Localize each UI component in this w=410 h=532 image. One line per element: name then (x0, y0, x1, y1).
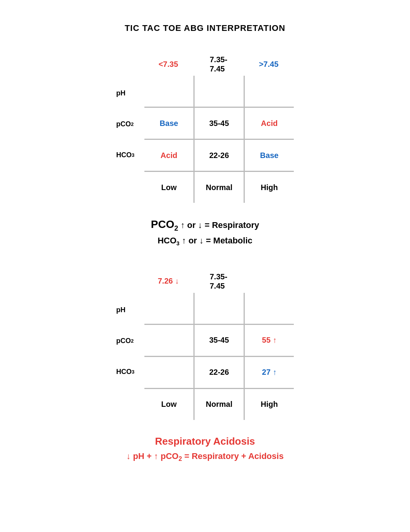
page-title: TIC TAC TOE ABG INTERPRETATION (31, 23, 379, 33)
grid2-row-2: 22-26 27 ↑ (144, 357, 294, 389)
grid1-rows: Base 35-45 Acid Acid 22-26 Base Low Norm… (143, 76, 294, 203)
grid2-cell-1-0 (144, 325, 195, 356)
formula-pco2-text: ↑ or ↓ = Respiratory (181, 220, 259, 230)
grid1-cell-2-0: Acid (144, 140, 195, 171)
grid1-col-header-1: 7.35-7.45 (193, 53, 244, 76)
grid2-cell-0-1 (195, 293, 245, 324)
grid1-cell-0-1 (195, 76, 245, 107)
grid2-col-header-1: 7.35-7.45 (193, 270, 244, 293)
grid2-row-labels: pH pCO2 HCO3 (116, 270, 143, 418)
grid2-cell-2-0 (144, 357, 195, 388)
grid2-cell-3-0: Low (144, 389, 195, 420)
grid1-label-empty (116, 170, 143, 201)
grid1-section: pH pCO2 HCO3 <7.35 7.35-7.45 >7.45 (31, 53, 379, 203)
grid1-cell-0-0 (144, 76, 195, 107)
grid2-row-3: Low Normal High (144, 389, 294, 420)
diagnosis-section: Respiratory Acidosis ↓ pH + ↑ pCO2 = Res… (31, 435, 379, 462)
grid1-cell-1-2: Acid (245, 108, 294, 139)
grid2-cell-1-1: 35-45 (195, 325, 245, 356)
formula-hco3-text: ↑ or ↓ = Metabolic (182, 236, 252, 245)
grid1-row-1: Base 35-45 Acid (144, 108, 294, 140)
grid1-row-0 (144, 76, 294, 108)
grid2-col-header-2 (244, 270, 294, 293)
grid2-row-1: 35-45 55 ↑ (144, 325, 294, 357)
grid1-cell-3-1: Normal (195, 172, 245, 203)
grid1-cell-2-2: Base (245, 140, 294, 171)
grid2-cell-0-0 (144, 293, 195, 324)
grid2-label-hco3: HCO3 (116, 357, 143, 388)
grid1-full: <7.35 7.35-7.45 >7.45 Base 35-45 (143, 53, 294, 203)
grid1-cell-0-2 (245, 76, 294, 107)
grid1-row-labels: pH pCO2 HCO3 (116, 53, 143, 201)
grid1-label-pco2: pCO2 (116, 109, 143, 139)
grid1-cell-1-0: Base (144, 108, 195, 139)
grid1-cell-3-2: High (245, 172, 294, 203)
grid2-label-empty (116, 388, 143, 418)
grid2-cell-2-1: 22-26 (195, 357, 245, 388)
grid2-cell-0-2 (245, 293, 294, 324)
formula-section: PCO2 ↑ or ↓ = Respiratory HCO3 ↑ or ↓ = … (31, 218, 379, 246)
grid1-row-2: Acid 22-26 Base (144, 140, 294, 172)
formula-pco2-label: PCO2 (151, 218, 178, 230)
grid1-row-3: Low Normal High (144, 172, 294, 203)
page-container: TIC TAC TOE ABG INTERPRETATION pH pCO2 H… (31, 23, 379, 462)
grid2-cell-3-2: High (245, 389, 294, 420)
grid1-col-headers: <7.35 7.35-7.45 >7.45 (143, 53, 294, 76)
grid2-cell-2-2: 27 ↑ (245, 357, 294, 388)
grid1-col-header-2: >7.45 (244, 53, 294, 76)
grid1-wrapper: pH pCO2 HCO3 <7.35 7.35-7.45 >7.45 (116, 53, 294, 203)
grid1-col-header-0: <7.35 (143, 53, 193, 76)
grid1-label-ph: pH (116, 78, 143, 109)
formula-hco3-label: HCO3 (158, 236, 180, 245)
grid2-label-pco2: pCO2 (116, 326, 143, 357)
diagnosis-formula: ↓ pH + ↑ pCO2 = Respiratory + Acidosis (31, 451, 379, 462)
grid2-cell-3-1: Normal (195, 389, 245, 420)
grid1-cell-2-1: 22-26 (195, 140, 245, 171)
grid2-section: pH pCO2 HCO3 7.26 ↓ 7.35-7.45 (31, 270, 379, 420)
grid2-cell-1-2: 55 ↑ (245, 325, 294, 356)
diagnosis-title: Respiratory Acidosis (31, 435, 379, 447)
formula-line2: HCO3 ↑ or ↓ = Metabolic (31, 236, 379, 246)
grid2-full: 7.26 ↓ 7.35-7.45 35-45 (143, 270, 294, 420)
grid2-col-headers: 7.26 ↓ 7.35-7.45 (143, 270, 294, 293)
grid2-row-0 (144, 293, 294, 325)
grid1-cell-3-0: Low (144, 172, 195, 203)
grid2-label-ph: pH (116, 295, 143, 326)
grid1-label-hco3: HCO3 (116, 139, 143, 170)
grid2-rows: 35-45 55 ↑ 22-26 27 ↑ Low Normal High (143, 293, 294, 420)
grid1-cell-1-1: 35-45 (195, 108, 245, 139)
grid2-wrapper: pH pCO2 HCO3 7.26 ↓ 7.35-7.45 (116, 270, 294, 420)
formula-line1: PCO2 ↑ or ↓ = Respiratory (31, 218, 379, 233)
grid2-col-header-0: 7.26 ↓ (143, 270, 193, 293)
